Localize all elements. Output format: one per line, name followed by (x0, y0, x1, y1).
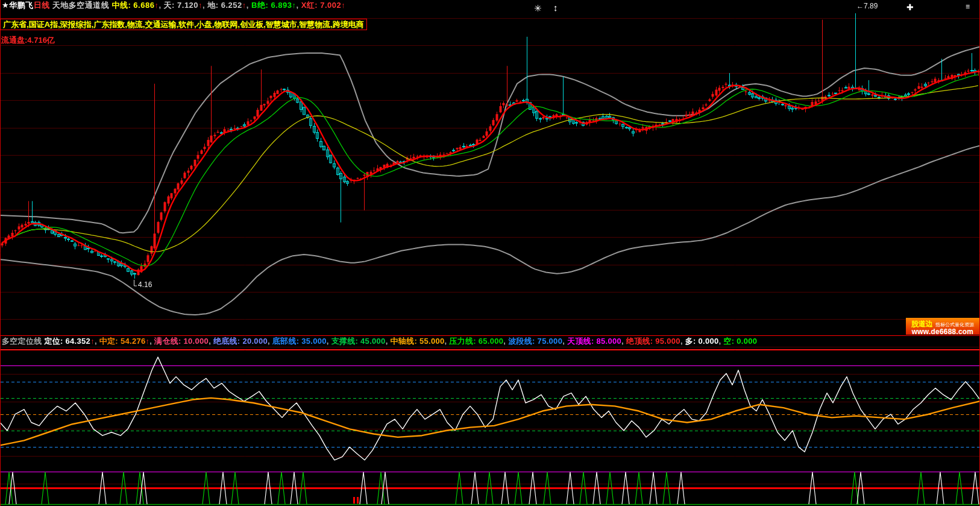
float-shares-label: 流通盘:4.716亿 (1, 36, 55, 44)
text-segment: 天: 7.120 (164, 1, 198, 10)
event-updown-icon[interactable]: ↕ (553, 3, 558, 12)
watermark-url[interactable]: www.de6688.com (906, 328, 979, 335)
event-star-icon[interactable]: ✳ (534, 4, 542, 13)
text-segment: , (247, 1, 251, 10)
text-segment: 波段线: 75.000 (508, 337, 562, 346)
text-segment: ★华鹏飞 (2, 1, 34, 10)
chart-title-bar: ★华鹏飞日线 天地多空通道线 中线: 6.686↑, 天: 7.120↑, 地:… (2, 1, 345, 9)
text-segment: 多空定位线 (2, 337, 44, 346)
text-segment: , (268, 337, 272, 346)
text-segment: 日线 (34, 1, 50, 10)
text-segment: 绝顶线: 95.000 (626, 337, 680, 346)
stock-chart-canvas (0, 0, 980, 506)
text-segment: 天顶线: 85.000 (567, 337, 621, 346)
text-segment: 中轴线: 55.000 (390, 337, 444, 346)
text-segment: , (327, 337, 331, 346)
text-segment: ↑ (242, 1, 247, 10)
text-segment: , (149, 337, 154, 346)
text-segment: B绝: 6.893 (251, 1, 292, 10)
text-segment: 天地多空通道线 (50, 1, 112, 10)
text-segment: 满仓线: 10.000 (154, 337, 209, 346)
text-segment: 多: 0.000 (685, 337, 719, 346)
watermark-ad[interactable]: 股道边 指标公式量化资源 www.de6688.com (906, 318, 979, 335)
text-segment: , (209, 337, 213, 346)
text-segment: , (296, 1, 301, 10)
text-segment: 支撑线: 45.000 (331, 337, 386, 346)
text-segment: 底部线: 35.000 (272, 337, 327, 346)
text-segment: ↑ (341, 1, 345, 10)
text-segment: 空: 0.000 (723, 337, 757, 346)
high-price-annotation: ←7.89 (856, 2, 878, 10)
text-segment: , (680, 337, 685, 346)
event-plus-icon[interactable]: ✚ (906, 3, 914, 11)
text-segment: , (159, 1, 163, 10)
text-segment: , (621, 337, 626, 346)
text-segment: X红: 7.002 (301, 1, 342, 10)
corner-menu-icon[interactable]: ≡ (966, 3, 970, 10)
watermark-row: 股道边 指标公式量化资源 (906, 318, 979, 328)
text-segment: 绝底线: 20.000 (213, 337, 268, 346)
indicator-parameter-bar: 多空定位线 定位: 64.352↑, 中定: 54.276↑, 满仓线: 10.… (2, 337, 757, 345)
text-segment: ↑ (90, 337, 95, 346)
low-price-annotation: 4.16 (138, 281, 152, 288)
watermark-brand: 股道边 (911, 320, 933, 328)
text-segment: 压力线: 65.000 (449, 337, 503, 346)
sector-tags-box[interactable]: 广东省,国证A指,深报综指,广东指数,物流,交通运输,软件,小盘,物联网,创业板… (0, 19, 367, 30)
text-segment: , (562, 337, 567, 346)
text-segment: , (95, 337, 99, 346)
text-segment: 地: 6.252 (207, 1, 242, 10)
text-segment: 定位: 64.352 (44, 337, 90, 346)
trading-app-screen: ★华鹏飞日线 天地多空通道线 中线: 6.686↑, 天: 7.120↑, 地:… (0, 0, 980, 506)
text-segment: 中线: 6.686 (112, 1, 154, 10)
text-segment: 中定: 54.276 (99, 337, 146, 346)
watermark-tagline: 指标公式量化资源 (935, 322, 974, 327)
text-segment: , (503, 337, 508, 346)
